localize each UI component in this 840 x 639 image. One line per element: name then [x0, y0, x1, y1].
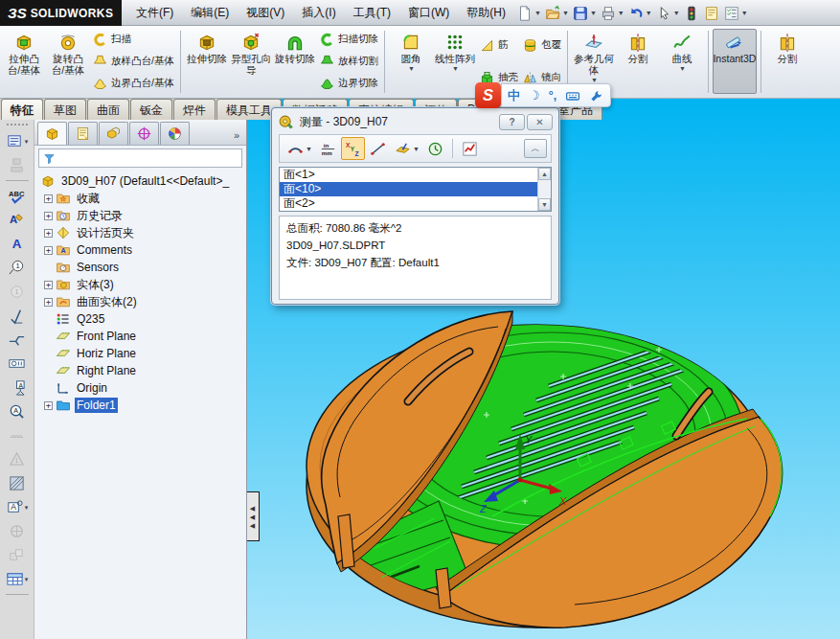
ribbon-button-hole-wizard[interactable]: 异型孔向导: [229, 29, 273, 94]
featuremanager-tab[interactable]: [37, 122, 67, 145]
tree-expand-toggle[interactable]: +: [44, 401, 53, 410]
note-blue-button[interactable]: ▾: [6, 129, 29, 153]
tree-item-[interactable]: +收藏: [34, 190, 246, 207]
menu-V[interactable]: 视图(V): [238, 0, 293, 26]
tab-草图[interactable]: 草图: [44, 99, 86, 120]
open-folder-button[interactable]: ▼: [543, 4, 570, 23]
ime-fullhalf-moon[interactable]: ☽: [529, 88, 540, 103]
dimxpertmanager-tab[interactable]: [129, 122, 159, 145]
dialog-close-button[interactable]: ✕: [527, 114, 553, 130]
ime-punctuation[interactable]: °,: [549, 88, 557, 103]
ribbon-button-revolve-cut[interactable]: 旋转切除: [273, 29, 317, 94]
point-to-point-button[interactable]: [366, 137, 390, 160]
ime-keyboard[interactable]: [565, 88, 580, 103]
ribbon-button-boss-extrude[interactable]: 拉伸凸台/基体: [2, 29, 46, 94]
datum-feature-button[interactable]: A: [8, 376, 26, 399]
tree-item-Folder1[interactable]: +Folder1: [34, 397, 246, 414]
print-button[interactable]: ▼: [599, 4, 625, 23]
tree-expand-toggle[interactable]: +: [44, 229, 53, 238]
ribbon-button-curve[interactable]: 曲线▼: [660, 29, 704, 94]
xyz-measure-button[interactable]: XYZ: [341, 137, 365, 160]
ribbon-button-rib[interactable]: 筋: [479, 35, 518, 55]
tree-expand-toggle[interactable]: +: [44, 246, 53, 255]
scroll-up-icon[interactable]: ▲: [538, 168, 551, 180]
dialog-help-button[interactable]: ?: [499, 114, 525, 130]
menu-I[interactable]: 插入(I): [293, 0, 344, 26]
dropdown-caret-icon[interactable]: ▼: [408, 65, 415, 73]
dropdown-caret-icon[interactable]: ▼: [679, 65, 686, 73]
selection-list-item[interactable]: 面<1>: [280, 168, 551, 182]
tree-item-[interactable]: +设计活页夹: [34, 224, 246, 241]
panel-collapse-handle[interactable]: ◀◀◀: [245, 491, 260, 541]
ribbon-button-wrap[interactable]: 包覆: [522, 35, 561, 55]
projection-button[interactable]: ▼: [391, 137, 422, 160]
tree-item-2[interactable]: +曲面实体(2): [34, 293, 246, 310]
ribbon-button-linear-pattern[interactable]: 线性阵列▼: [433, 29, 477, 94]
menu-F[interactable]: 文件(F): [127, 0, 182, 26]
tab-钣金[interactable]: 钣金: [130, 99, 172, 120]
tab-曲面[interactable]: 曲面: [87, 99, 129, 120]
balloon-1-button[interactable]: 1: [8, 256, 26, 280]
measure-selection-list[interactable]: 面<1>面<10>面<2>▲▼: [279, 167, 552, 212]
menu-E[interactable]: 编辑(E): [182, 0, 238, 26]
spell-check-button[interactable]: ABC: [8, 184, 26, 208]
tab-特征[interactable]: 特征: [1, 99, 43, 120]
measure-history-button[interactable]: [423, 137, 447, 160]
dialog-collapse-button[interactable]: ︿: [524, 139, 547, 158]
area-hatch-button[interactable]: [8, 471, 26, 495]
tree-item-Comments[interactable]: +AComments: [34, 241, 246, 259]
tree-item-Origin[interactable]: Origin: [34, 379, 246, 397]
menu-W[interactable]: 窗口(W): [399, 0, 458, 26]
balloon-label-button[interactable]: A▾: [6, 495, 29, 519]
tree-expand-toggle[interactable]: +: [44, 194, 53, 203]
menu-T[interactable]: 工具(T): [345, 0, 399, 26]
toolbar-drag-handle[interactable]: [7, 124, 28, 126]
propertymanager-tab[interactable]: [68, 122, 98, 145]
selection-list-item[interactable]: 面<2>: [280, 196, 551, 211]
configurationmanager-tab[interactable]: [99, 122, 128, 145]
tree-expand-toggle[interactable]: +: [44, 281, 53, 289]
ribbon-button-boundary-cut[interactable]: 边界切除: [319, 74, 378, 93]
table-button[interactable]: ▾: [6, 567, 29, 591]
undo-button[interactable]: ▼: [626, 4, 653, 23]
tree-item-FrontPlane[interactable]: Front Plane: [34, 328, 246, 345]
tree-expand-toggle[interactable]: +: [44, 212, 53, 220]
format-painter-button[interactable]: A: [8, 208, 26, 232]
magnified-callout-button[interactable]: A: [8, 399, 26, 423]
ribbon-button-split[interactable]: 分割: [765, 29, 809, 94]
tree-item-Sensors[interactable]: Sensors: [34, 259, 246, 276]
ribbon-button-sweep[interactable]: 扫描: [92, 30, 174, 49]
tree-filter[interactable]: [38, 148, 242, 168]
list-scrollbar[interactable]: ▲▼: [537, 168, 551, 211]
arc-measure-button[interactable]: ▼: [284, 137, 315, 160]
tree-root[interactable]: 3D09_H07 (Default1<<Default>_: [34, 172, 246, 190]
measure-dialog[interactable]: 测量 - 3D09_H07 ? ✕ ▼inmmXYZ▼︿ 面<1>面<10>面<…: [271, 107, 559, 305]
ime-logo[interactable]: S: [475, 82, 501, 108]
ime-wrench[interactable]: [589, 88, 604, 103]
weld-symbol-button[interactable]: [8, 328, 26, 352]
ribbon-button-boundary[interactable]: 边界凸台/基体: [92, 74, 174, 93]
tree-tabs-overflow[interactable]: »: [234, 129, 243, 145]
ribbon-button-split[interactable]: 分割: [616, 29, 660, 94]
new-doc-button[interactable]: ▼: [515, 4, 542, 23]
tree-item-Q235[interactable]: Q235: [34, 310, 246, 328]
ribbon-button-revolve[interactable]: 旋转凸台/基体: [46, 29, 90, 94]
tree-expand-toggle[interactable]: +: [44, 298, 53, 307]
dropdown-caret-icon[interactable]: ▼: [452, 65, 459, 73]
tree-item-3[interactable]: +实体(3): [34, 276, 246, 293]
tree-item-HorizPlane[interactable]: Horiz Plane: [34, 345, 246, 362]
ribbon-button-loft[interactable]: 放样凸台/基体: [92, 52, 174, 71]
ribbon-button-fillet[interactable]: 圆角▼: [389, 29, 433, 94]
note-a-button[interactable]: A: [8, 232, 26, 256]
selection-list-item[interactable]: 面<10>: [280, 182, 551, 196]
ribbon-button-instant3d[interactable]: Instant3D: [713, 29, 757, 94]
measure-dialog-titlebar[interactable]: 测量 - 3D09_H07 ? ✕: [272, 108, 558, 132]
ime-chinese[interactable]: 中: [508, 87, 520, 104]
rebuild-traffic-light-button[interactable]: [682, 4, 701, 23]
ribbon-button-loft-cut[interactable]: 放样切割: [319, 52, 378, 71]
ribbon-button-sweep-cut[interactable]: 扫描切除: [319, 30, 378, 49]
select-cursor-button[interactable]: ▼: [654, 4, 681, 23]
save-button[interactable]: ▼: [571, 4, 598, 23]
units-in-mm-button[interactable]: inmm: [316, 137, 340, 160]
options-button[interactable]: ▼: [722, 4, 749, 23]
